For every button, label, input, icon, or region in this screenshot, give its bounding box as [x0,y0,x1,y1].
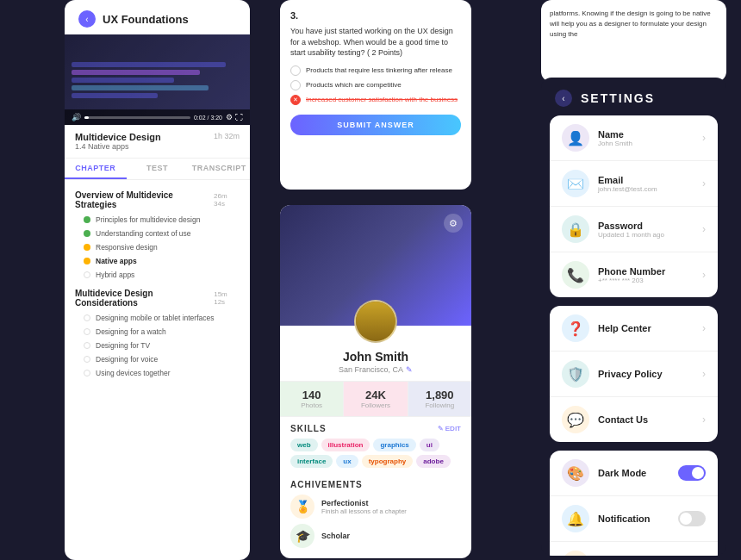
option-text-wrong: Increased customer satisfaction with the… [306,96,458,103]
stat-following-label: Following [412,401,468,409]
chapter-item-text: Hybrid apps [96,271,134,279]
notification-label: Notification [598,513,669,524]
tab-transcript[interactable]: Transcript [188,159,250,179]
settings-password-item[interactable]: 🔒 Password Updated 1 month ago › [550,207,718,252]
submit-answer-button[interactable]: Submit Answer [290,115,461,135]
back-button[interactable]: ‹ [78,10,96,28]
chapter-item[interactable]: Hybrid apps [65,268,250,282]
chapter-item[interactable]: Responsive design [65,240,250,254]
chapter-item[interactable]: Understanding context of use [65,227,250,240]
contact-icon: 💬 [567,412,584,428]
top-right-text-panel: platforms. Knowing if the design is goin… [541,0,726,82]
progress-bar[interactable] [84,116,190,119]
chapter-item[interactable]: Native apps [65,254,250,268]
quiz-option-3[interactable]: ✕ Increased customer satisfaction with t… [290,95,461,105]
name-label: Name [598,129,694,140]
chapter-item[interactable]: Using devices together [65,366,250,380]
settings-contact-item[interactable]: 💬 Contact Us › [550,397,718,442]
profile-gear-button[interactable]: ⚙ [444,214,463,233]
skill-web: web [290,439,318,451]
chapter-dot-e3 [84,342,90,349]
phone-chevron: › [702,269,706,281]
name-content: Name John Smith [598,129,694,147]
achievement-title: Scholar [321,532,350,540]
chapter-2-header: Multidevice Design Considerations 15m 12… [65,285,250,311]
chapter-dot-yellow2 [84,258,90,264]
profile-stats: 140 Photos 24K Followers 1,890 Following [280,381,471,417]
achievements-title: ACHIVEMENTS [290,480,461,489]
skill-ui: ui [420,439,439,451]
quiz-option-2[interactable]: Products which are competitive [290,80,461,90]
skill-interface: interface [290,455,333,468]
contact-icon-wrap: 💬 [562,406,589,433]
settings-darkmode-item[interactable]: 🎨 Dark Mode [550,451,718,496]
privacy-label: Privacy Policy [598,369,694,379]
help-icon-wrap: ❓ [562,314,589,342]
phone-content: Phone Number +** **** *** 203 [598,266,694,284]
chapter-item-text: Designing for a watch [96,327,166,336]
stat-photos-number: 140 [283,389,339,401]
email-content: Email john.test@test.com [598,175,694,193]
settings-phone-item[interactable]: 📞 Phone Number +** **** *** 203 › [550,252,718,297]
settings-icon[interactable]: ⚙ [226,113,233,121]
password-sub: Updated 1 month ago [598,231,694,239]
help-icon: ❓ [567,320,584,337]
quiz-panel: 3. You have just started working on the … [280,0,471,190]
chapter-dot-green2 [84,230,90,237]
video-thumbnail: 🔊 0:02 / 3:20 ⚙ ⛶ [65,34,250,125]
chapter-item-text: Designing for voice [96,355,158,364]
scholar-icon: 🎓 [290,524,314,548]
phone-icon: 📞 [567,267,584,283]
achievement-desc: Finish all lessons of a chapter [321,507,407,515]
settings-notification-item[interactable]: 🔔 Notification [550,496,718,542]
skill-adobe: adobe [416,455,451,468]
password-icon-wrap: 🔒 [562,215,589,243]
chapter-dot-e4 [84,356,90,363]
stat-photos: 140 Photos [280,382,344,416]
platform-text: platforms. Knowing if the design is goin… [550,9,718,40]
achievement-title: Perfectionist [321,499,407,507]
darkmode-toggle[interactable] [678,465,706,481]
video-controls[interactable]: 🔊 0:02 / 3:20 ⚙ ⛶ [65,109,250,125]
settings-back-button[interactable]: ‹ [555,90,572,107]
skills-header: SKILLS ✎ EDIT [290,424,461,433]
chapter-item-text-bold: Native apps [96,257,137,265]
chapter-dot-yellow [84,244,90,251]
bell-icon: 🔔 [567,511,584,527]
settings-logout-item[interactable]: 🚪 Logout ↪ [550,542,718,556]
chapter-item[interactable]: Designing mobile or tablet interfaces [65,311,250,325]
settings-help-item[interactable]: ❓ Help Center › [550,306,718,352]
edit-skills-button[interactable]: ✎ EDIT [438,425,461,432]
tab-test[interactable]: Test [127,159,189,179]
notification-toggle[interactable] [678,511,706,526]
settings-email-item[interactable]: ✉️ Email john.test@test.com › [550,161,718,207]
volume-icon[interactable]: 🔊 [72,113,81,121]
settings-name-item[interactable]: 👤 Name John Smith › [550,115,718,161]
location-edit-icon[interactable]: ✎ [406,365,413,374]
chapter-1-title: Overview of Multidevice Strategies [75,190,214,209]
chapters-list: Overview of Multidevice Strategies 26m 3… [65,180,250,560]
chapter-item-text: Responsive design [96,243,158,252]
chapter-item[interactable]: Designing for voice [65,352,250,366]
settings-privacy-item[interactable]: 🛡️ Privacy Policy › [550,352,718,397]
settings-card-help: ❓ Help Center › 🛡️ Privacy Policy › 💬 Co… [550,306,718,442]
video-meta: 1h 32m Multidevice Design 1.4 Native app… [65,125,250,159]
notification-content: Notification [598,513,669,524]
fullscreen-icon[interactable]: ⛶ [235,113,243,121]
chapter-1-duration: 26m 34s [214,192,240,208]
tab-chapter[interactable]: Chapter [65,159,127,179]
chapter-item[interactable]: Designing for TV [65,339,250,352]
quiz-option-1[interactable]: Products that require less tinkering aft… [290,65,461,76]
email-value: john.test@test.com [598,185,694,193]
chapter-item[interactable]: Designing for a watch [65,325,250,339]
quiz-question: You have just started working on the UX … [290,26,461,59]
stat-following: 1,890 Following [408,382,471,416]
email-icon: ✉️ [567,176,584,192]
chapter-item[interactable]: Principles for multidevice design [65,213,250,227]
darkmode-icon-wrap: 🎨 [562,459,589,487]
stat-photos-label: Photos [283,401,339,409]
email-chevron: › [702,177,706,190]
avatar-image [356,302,395,341]
help-chevron: › [702,322,706,334]
option-circle-wrong: ✕ [290,95,301,105]
